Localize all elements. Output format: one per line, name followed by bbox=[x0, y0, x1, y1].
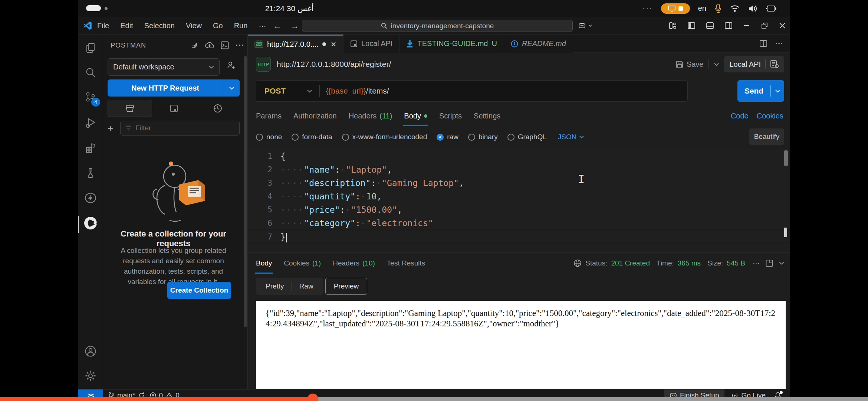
battery-icon[interactable] bbox=[766, 5, 777, 12]
system-more-icon[interactable]: ··· bbox=[642, 4, 653, 13]
volume-icon[interactable] bbox=[748, 4, 757, 13]
collections-tab[interactable] bbox=[108, 100, 152, 117]
new-http-request-button[interactable]: New HTTP Request bbox=[108, 79, 240, 97]
response-tab-headers[interactable]: Headers(10) bbox=[333, 253, 375, 274]
add-icon[interactable]: + bbox=[108, 123, 120, 134]
code-line[interactable]: 4····"quantity":·10, bbox=[248, 190, 790, 203]
code-line[interactable]: 2····"name":·"Laptop", bbox=[248, 163, 790, 176]
toggle-secondary-sidebar-icon[interactable] bbox=[725, 22, 732, 29]
workspace-selector[interactable]: Default workspace bbox=[108, 58, 220, 76]
code-line[interactable]: 1{ bbox=[248, 150, 790, 163]
source-control-icon[interactable]: 4 bbox=[78, 87, 103, 107]
accounts-icon[interactable] bbox=[78, 341, 103, 362]
filter-input-wrap[interactable] bbox=[120, 121, 240, 136]
tab-http-request[interactable]: HTTP http://127.0.0.... ✕ bbox=[248, 35, 343, 53]
open-in-panel-icon[interactable] bbox=[766, 260, 773, 267]
method-chevron-icon[interactable] bbox=[307, 89, 312, 93]
mode-raw[interactable]: raw bbox=[437, 133, 458, 141]
system-clock[interactable]: 21:24 30 أغس bbox=[78, 0, 501, 17]
console-icon[interactable] bbox=[221, 41, 229, 49]
toggle-panel-icon[interactable] bbox=[706, 22, 714, 29]
menu-file[interactable]: File bbox=[97, 22, 109, 30]
import-icon[interactable] bbox=[190, 41, 198, 49]
tab-body[interactable]: Body bbox=[404, 106, 427, 126]
menu-edit[interactable]: Edit bbox=[120, 22, 133, 30]
send-button[interactable]: Send bbox=[737, 80, 784, 102]
view-preview-selected[interactable]: Preview bbox=[325, 278, 368, 295]
explorer-icon[interactable] bbox=[78, 38, 103, 58]
cookies-link[interactable]: Cookies bbox=[757, 112, 783, 120]
tab-headers[interactable]: Headers(11) bbox=[349, 106, 392, 126]
extensions-icon[interactable] bbox=[78, 138, 103, 159]
editor-scrollbar[interactable] bbox=[784, 150, 788, 166]
mode-binary[interactable]: binary bbox=[468, 133, 498, 141]
response-tab-cookies[interactable]: Cookies(1) bbox=[284, 253, 321, 274]
screen-share-indicator[interactable] bbox=[661, 3, 690, 14]
menu-run[interactable]: Run bbox=[234, 22, 248, 30]
history-tab[interactable] bbox=[196, 100, 240, 117]
menu-view[interactable]: View bbox=[186, 22, 202, 30]
menu-more[interactable]: ··· bbox=[259, 22, 266, 30]
tab-readme[interactable]: README.md bbox=[504, 35, 573, 53]
tab-local-api[interactable]: Local API bbox=[343, 35, 400, 53]
invite-user-icon[interactable] bbox=[226, 61, 236, 70]
sidebar-scrollbar[interactable] bbox=[244, 56, 247, 327]
mode-form-data[interactable]: form-data bbox=[292, 133, 332, 141]
tab-testing-guide[interactable]: TESTING-GUIDE.md U bbox=[400, 35, 504, 53]
request-url-field[interactable]: {{base_url}}/items/ bbox=[326, 87, 389, 95]
response-preview-body[interactable]: {"id":39,"name":"Laptop","description":"… bbox=[256, 301, 786, 393]
method-selector[interactable]: POST bbox=[264, 87, 286, 95]
mode-graphql[interactable]: GraphQL bbox=[507, 133, 547, 141]
url-input-row[interactable]: POST {{base_url}}/items/ bbox=[256, 80, 688, 102]
response-more-icon[interactable]: ··· bbox=[753, 259, 760, 267]
send-options-chevron-icon[interactable] bbox=[771, 89, 784, 93]
code-line[interactable]: 6····"category":·"electronics" bbox=[248, 216, 790, 230]
customize-layout-icon[interactable] bbox=[669, 22, 677, 29]
menu-go[interactable]: Go bbox=[213, 22, 223, 30]
mode-none[interactable]: none bbox=[256, 133, 282, 141]
toggle-sidebar-icon[interactable] bbox=[688, 22, 695, 29]
close-tab-icon[interactable]: ✕ bbox=[331, 40, 336, 49]
collapse-response-icon[interactable] bbox=[779, 261, 784, 265]
run-debug-icon[interactable] bbox=[78, 113, 103, 133]
command-center-search[interactable]: inventory-management-capstone bbox=[302, 20, 573, 32]
search-view-icon[interactable] bbox=[78, 62, 103, 83]
tab-scripts[interactable]: Scripts bbox=[439, 106, 462, 126]
copilot-menu[interactable] bbox=[578, 17, 592, 35]
format-selector[interactable]: JSON bbox=[558, 133, 584, 141]
environment-selector[interactable]: Local API bbox=[724, 56, 784, 72]
keyboard-layout[interactable]: en bbox=[698, 4, 706, 13]
more-actions-icon[interactable] bbox=[236, 44, 244, 46]
postman-view-icon[interactable] bbox=[78, 213, 103, 234]
view-raw[interactable]: Raw bbox=[292, 278, 321, 295]
cloud-sync-icon[interactable] bbox=[205, 42, 214, 49]
create-collection-button[interactable]: Create Collection bbox=[167, 282, 231, 299]
menu-selection[interactable]: Selection bbox=[144, 22, 175, 30]
microphone-icon[interactable] bbox=[714, 4, 722, 13]
split-editor-icon[interactable] bbox=[760, 40, 767, 47]
chevron-down-icon[interactable] bbox=[223, 87, 240, 90]
nav-back-icon[interactable]: ← bbox=[273, 20, 282, 31]
environment-settings-icon[interactable] bbox=[770, 60, 779, 69]
nav-forward-icon[interactable]: → bbox=[290, 20, 299, 31]
beautify-button[interactable]: Beautify bbox=[749, 128, 784, 145]
response-tab-test-results[interactable]: Test Results bbox=[387, 253, 425, 274]
environments-tab[interactable] bbox=[152, 100, 196, 117]
more-actions-icon[interactable] bbox=[775, 42, 783, 45]
video-progress-track[interactable] bbox=[0, 397, 868, 401]
response-tab-body[interactable]: Body bbox=[256, 253, 272, 274]
minimize-icon[interactable] bbox=[743, 22, 750, 29]
code-link[interactable]: Code bbox=[731, 112, 749, 120]
code-line[interactable]: 5····"price":·"1500.00", bbox=[248, 203, 790, 216]
restore-icon[interactable] bbox=[761, 22, 768, 29]
thunder-client-icon[interactable] bbox=[78, 188, 103, 208]
tab-params[interactable]: Params bbox=[256, 106, 282, 126]
wifi-icon[interactable] bbox=[730, 5, 740, 12]
view-pretty[interactable]: Pretty bbox=[258, 278, 292, 295]
save-button[interactable]: Save bbox=[675, 60, 704, 69]
body-code-editor[interactable]: 1{2····"name":·"Laptop",3····"descriptio… bbox=[248, 148, 790, 252]
mode-x-www-form-urlencoded[interactable]: x-www-form-urlencoded bbox=[342, 133, 427, 141]
testing-icon[interactable] bbox=[78, 163, 103, 183]
save-chevron-icon[interactable] bbox=[714, 63, 719, 66]
close-icon[interactable] bbox=[779, 22, 786, 29]
